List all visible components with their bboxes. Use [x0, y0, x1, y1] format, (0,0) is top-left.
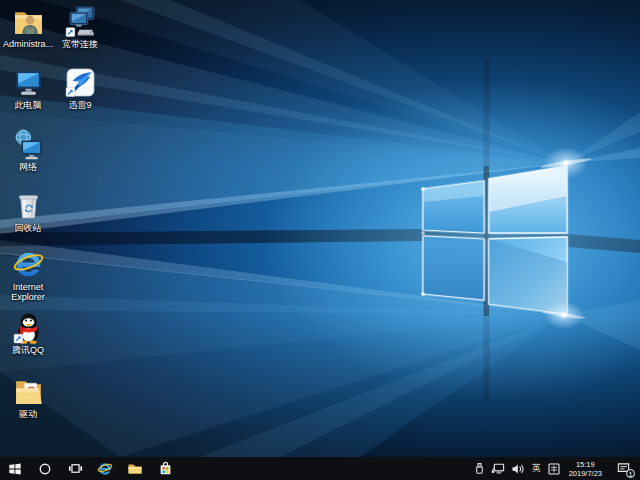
network-tray-icon[interactable]: [488, 457, 508, 480]
windows-desktop: { "desktop": { "icons": [ {"name": "admi…: [0, 0, 640, 480]
desktop-icon-tencent-qq[interactable]: 腾讯QQ: [0, 311, 60, 355]
icon-label: 腾讯QQ: [12, 345, 44, 355]
taskbar-left: [0, 457, 180, 480]
this-pc-icon: [12, 66, 45, 99]
notification-badge: 1: [626, 469, 635, 478]
desktop-icon-driver[interactable]: 驱动: [0, 375, 60, 419]
clock-time: 15:19: [576, 460, 595, 469]
recycle-bin-icon: [12, 189, 45, 222]
clock-date: 2019/7/23: [569, 469, 602, 478]
icon-label: 驱动: [19, 409, 37, 419]
icon-label: Internet Explorer: [0, 282, 59, 302]
desktop[interactable]: Administra... 宽带连接: [0, 0, 640, 457]
ime-grid-icon: [548, 463, 560, 475]
taskbar: 英 15:19 2019/7/23 1: [0, 457, 640, 480]
thunder9-icon: [64, 66, 97, 99]
file-explorer-button[interactable]: [120, 457, 150, 480]
task-view-button[interactable]: [60, 457, 90, 480]
usb-icon: [474, 462, 485, 475]
start-button[interactable]: [0, 457, 30, 480]
volume-tray-icon[interactable]: [508, 457, 528, 480]
taskbar-internet-explorer[interactable]: [90, 457, 120, 480]
search-button[interactable]: [30, 457, 60, 480]
icon-label: Administra...: [3, 39, 53, 49]
speaker-icon: [511, 463, 525, 475]
icon-label: 回收站: [15, 223, 42, 233]
icon-label: 此电脑: [15, 100, 42, 110]
desktop-icon-recycle-bin[interactable]: 回收站: [0, 189, 60, 233]
icon-label: 迅雷9: [68, 100, 91, 110]
ime-language-indicator[interactable]: 英: [528, 457, 545, 480]
task-view-icon: [68, 461, 83, 476]
qq-penguin-icon: [12, 311, 45, 344]
action-center-button[interactable]: 1: [608, 457, 637, 480]
usb-device-tray-icon[interactable]: [471, 457, 488, 480]
driver-folder-icon: [12, 375, 45, 408]
system-tray: 英 15:19 2019/7/23 1: [471, 457, 640, 480]
microsoft-store-button[interactable]: [150, 457, 180, 480]
icon-label: 网络: [19, 162, 37, 172]
desktop-icon-broadband[interactable]: 宽带连接: [48, 5, 112, 49]
internet-explorer-icon: [97, 461, 113, 477]
internet-explorer-icon: [12, 248, 45, 281]
cortana-circle-icon: [38, 462, 52, 476]
ethernet-icon: [491, 462, 505, 475]
user-folder-icon: [12, 5, 45, 38]
taskbar-clock[interactable]: 15:19 2019/7/23: [563, 457, 608, 480]
icon-label: 宽带连接: [62, 39, 98, 49]
windows-logo-icon: [8, 462, 22, 476]
desktop-icon-network[interactable]: 网络: [0, 128, 60, 172]
microsoft-store-icon: [158, 461, 173, 476]
desktop-icon-thunder9[interactable]: 迅雷9: [48, 66, 112, 110]
desktop-icon-internet-explorer[interactable]: Internet Explorer: [0, 248, 60, 302]
ime-mode-tray-icon[interactable]: [545, 457, 563, 480]
broadband-connection-icon: [64, 5, 97, 38]
network-icon: [12, 128, 45, 161]
file-explorer-icon: [127, 461, 143, 477]
